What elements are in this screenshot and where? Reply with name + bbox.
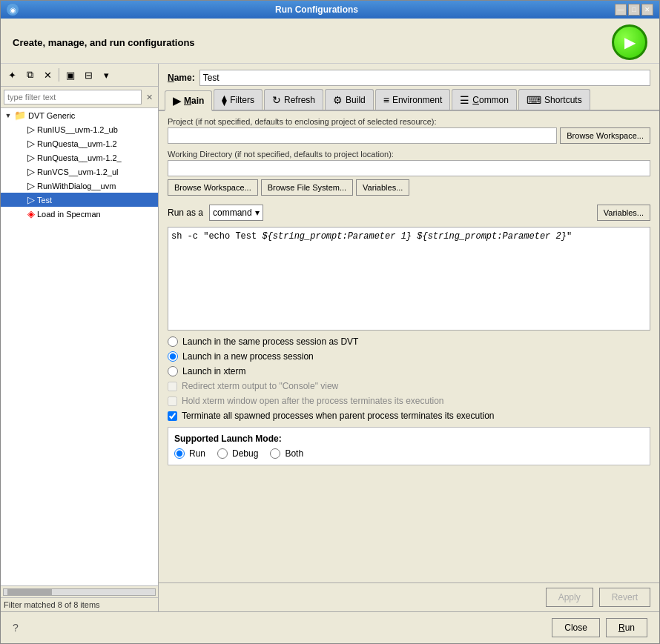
tree-label-4: RunWithDialog__uvm xyxy=(37,182,116,190)
radio-same-session-input[interactable] xyxy=(168,336,178,347)
launch-mode-debug[interactable]: Debug xyxy=(217,448,258,459)
run-as-dropdown[interactable]: command ▾ xyxy=(209,205,263,221)
run-as-label: Run as a xyxy=(168,208,203,218)
tree-group-label: DVT Generic xyxy=(28,111,75,120)
radio-new-session-label: Launch in a new process session xyxy=(182,351,314,362)
tab-refresh-label: Refresh xyxy=(284,95,315,105)
launch-mode-debug-radio[interactable] xyxy=(217,448,228,459)
close-btn[interactable]: Close xyxy=(552,618,600,637)
redirect-xterm-label: Redirect xterm output to "Console" view xyxy=(182,381,338,391)
hscrollbar-thumb xyxy=(7,589,52,595)
tree-item-1[interactable]: ▷ RunQuesta__uvm-1.2 xyxy=(1,136,158,150)
app-icon: ◉ xyxy=(7,4,19,16)
launch-mode-run[interactable]: Run xyxy=(174,448,205,459)
tab-main-label: Main xyxy=(184,96,204,106)
tabs-row: ▶ Main ⧫ Filters ↻ Refresh ⚙ Build ≡ E xyxy=(159,89,659,111)
radio-new-session[interactable]: Launch in a new process session xyxy=(168,351,650,362)
launch-mode-both[interactable]: Both xyxy=(270,448,303,459)
tab-refresh[interactable]: ↻ Refresh xyxy=(264,89,323,110)
project-label: Project (if not specified, defaults to e… xyxy=(168,117,650,126)
command-box[interactable]: sh -c "echo Test ${string_prompt:Paramet… xyxy=(168,227,650,331)
tab-shortcuts[interactable]: ⌨ Shortcuts xyxy=(518,89,590,110)
checkbox-terminate-spawned[interactable]: Terminate all spawned processes when par… xyxy=(168,411,650,421)
apply-btn[interactable]: Apply xyxy=(546,588,593,607)
radio-new-session-input[interactable] xyxy=(168,351,178,362)
tree-item-3[interactable]: ▷ RunVCS__uvm-1.2_ul xyxy=(1,165,158,179)
run-btn-label: Run xyxy=(618,623,635,633)
filter-row: ✕ xyxy=(1,87,158,108)
close-btn[interactable]: ✕ xyxy=(641,4,653,16)
refresh-tab-icon: ↻ xyxy=(272,94,281,106)
tab-common-label: Common xyxy=(472,95,509,105)
tree-item-specman[interactable]: ◈ Load in Specman xyxy=(1,207,158,221)
expand-btn[interactable]: ▾ xyxy=(98,67,114,83)
tree-item-0[interactable]: ▷ RunIUS__uvm-1.2_ub xyxy=(1,122,158,136)
new-config-btn[interactable]: ✦ xyxy=(4,67,20,83)
hold-xterm-label: Hold xterm window open after the process… xyxy=(182,396,444,406)
delete-btn[interactable]: ✕ xyxy=(39,67,56,83)
project-input-row: Browse Workspace... xyxy=(168,127,650,144)
filters-tab-icon: ⧫ xyxy=(222,94,227,106)
project-browse-btn[interactable]: Browse Workspace... xyxy=(560,127,650,144)
launch-mode-both-label: Both xyxy=(285,448,303,459)
working-dir-label: Working Directory (if not specified, def… xyxy=(168,150,650,159)
horizontal-scrollbar[interactable] xyxy=(1,585,158,597)
tab-main[interactable]: ▶ Main xyxy=(165,90,212,111)
terminate-spawned-checkbox[interactable] xyxy=(168,411,177,421)
redirect-xterm-checkbox xyxy=(168,382,177,391)
tree-label-2: RunQuesta__uvm-1.2_ xyxy=(37,153,122,162)
run-icon: ▶ xyxy=(612,24,647,60)
maximize-btn[interactable]: □ xyxy=(628,4,640,16)
content-area: Project (if not specified, defaults to e… xyxy=(159,111,659,582)
tree-item-4[interactable]: ▷ RunWithDialog__uvm xyxy=(1,179,158,193)
tab-filters-label: Filters xyxy=(230,95,254,105)
filter-btn[interactable]: ▣ xyxy=(62,67,79,83)
project-input[interactable] xyxy=(168,127,557,144)
hscrollbar-track[interactable] xyxy=(3,588,156,596)
tree-item-test[interactable]: ▷ Test xyxy=(1,193,158,207)
main-tab-icon: ▶ xyxy=(173,95,181,107)
checkbox-hold-xterm: Hold xterm window open after the process… xyxy=(168,396,650,406)
tree-label-3: RunVCS__uvm-1.2_ul xyxy=(37,167,118,176)
browse-row: Browse Workspace... Browse File System..… xyxy=(168,179,650,196)
radio-same-session[interactable]: Launch in the same process session as DV… xyxy=(168,336,650,347)
config-icon-3: ▷ xyxy=(27,166,35,177)
config-icon-1: ▷ xyxy=(27,138,35,149)
tree-group[interactable]: ▼ 📁 DVT Generic xyxy=(1,108,158,122)
minimize-btn[interactable]: — xyxy=(615,4,627,16)
launch-mode-run-radio[interactable] xyxy=(174,448,185,459)
revert-btn[interactable]: Revert xyxy=(599,588,650,607)
tab-build[interactable]: ⚙ Build xyxy=(325,89,374,110)
run-as-variables-btn[interactable]: Variables... xyxy=(597,205,650,221)
launch-mode-label: Supported Launch Mode: xyxy=(174,434,644,444)
tree-area: ▼ 📁 DVT Generic ▷ RunIUS__uvm-1.2_ub ▷ R… xyxy=(1,108,158,585)
working-dir-variables-btn[interactable]: Variables... xyxy=(356,179,409,196)
run-btn[interactable]: Run xyxy=(606,618,647,637)
collapse-btn[interactable]: ⊟ xyxy=(80,67,96,83)
launch-mode-both-radio[interactable] xyxy=(270,448,280,459)
radio-xterm-input[interactable] xyxy=(168,366,178,376)
filter-clear-btn[interactable]: ✕ xyxy=(143,91,155,103)
config-icon-specman: ◈ xyxy=(27,208,35,219)
folder-icon: 📁 xyxy=(14,110,26,121)
duplicate-btn[interactable]: ⧉ xyxy=(22,67,38,83)
tab-common[interactable]: ☰ Common xyxy=(452,89,517,110)
filter-input[interactable] xyxy=(4,90,142,104)
tree-item-2[interactable]: ▷ RunQuesta__uvm-1.2_ xyxy=(1,150,158,165)
name-input[interactable] xyxy=(199,70,650,86)
right-panel: Name: ▶ Main ⧫ Filters ↻ Refresh ⚙ xyxy=(159,64,659,611)
working-dir-browse-filesystem-btn[interactable]: Browse File System... xyxy=(261,179,353,196)
tab-filters[interactable]: ⧫ Filters xyxy=(214,89,263,110)
launch-mode-section: Supported Launch Mode: Run Debug Both xyxy=(168,427,650,465)
footer-buttons: Close Run xyxy=(552,618,647,637)
left-toolbar: ✦ ⧉ ✕ ▣ ⊟ ▾ xyxy=(1,64,158,87)
help-icon[interactable]: ? xyxy=(13,622,19,634)
working-dir-section: Working Directory (if not specified, def… xyxy=(168,150,650,196)
tab-environment[interactable]: ≡ Environment xyxy=(375,89,451,110)
config-icon-2: ▷ xyxy=(27,152,35,163)
working-dir-input[interactable] xyxy=(168,160,650,176)
radio-xterm[interactable]: Launch in xterm xyxy=(168,366,650,376)
config-icon-0: ▷ xyxy=(27,124,35,135)
bottom-buttons: Apply Revert xyxy=(159,582,659,611)
working-dir-browse-workspace-btn[interactable]: Browse Workspace... xyxy=(168,179,258,196)
